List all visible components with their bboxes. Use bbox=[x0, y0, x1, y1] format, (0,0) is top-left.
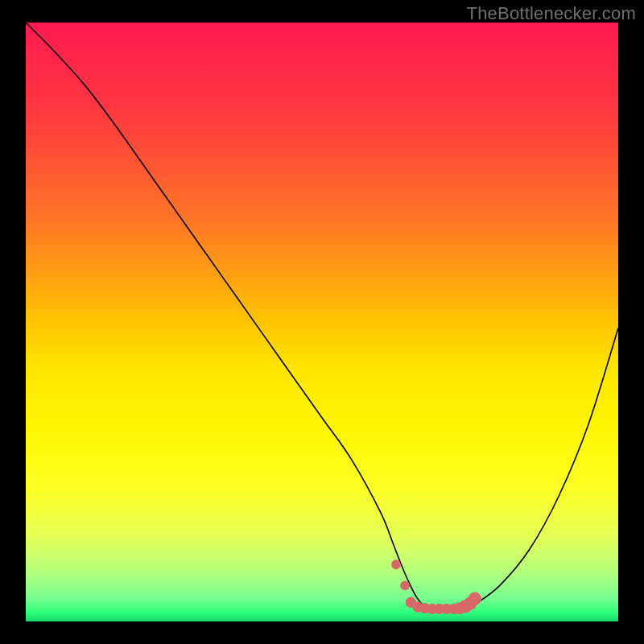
chart-background bbox=[26, 23, 618, 621]
watermark-text: TheBottlenecker.com bbox=[467, 3, 636, 24]
marker-dot bbox=[391, 559, 401, 569]
marker-dot bbox=[400, 580, 410, 590]
chart-plot-area bbox=[26, 23, 618, 621]
chart-svg bbox=[26, 23, 618, 621]
marker-dot bbox=[469, 592, 481, 605]
